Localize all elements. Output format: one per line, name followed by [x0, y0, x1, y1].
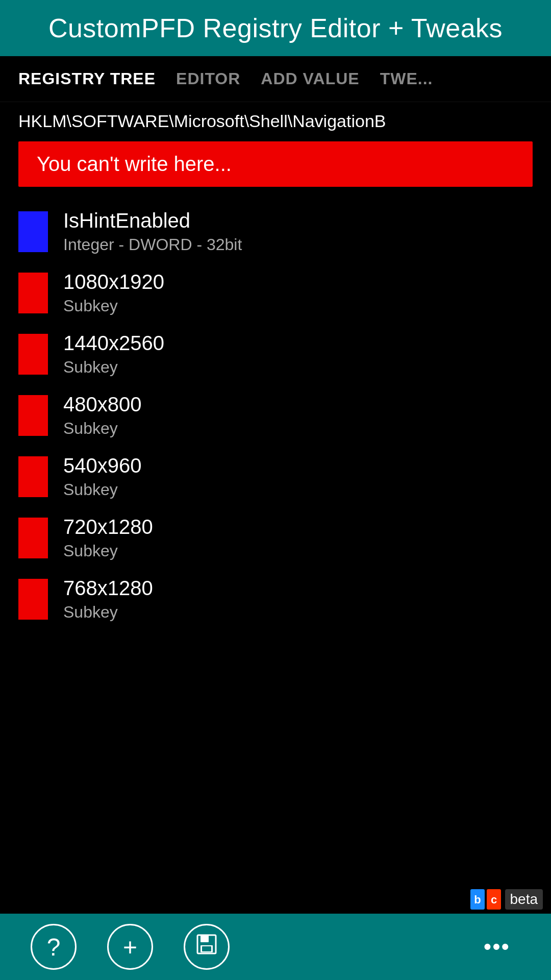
entry-text: 551x980 Subkey	[63, 271, 164, 315]
entries-list: IsHintEnabled Integer - DWORD - 32bit 10…	[0, 196, 551, 635]
entry-type: Subkey	[63, 297, 164, 315]
entry-icon-red	[18, 334, 48, 375]
tab-editor[interactable]: EDITOR	[176, 69, 240, 88]
beta-label: beta	[505, 889, 543, 910]
plus-icon: +	[123, 933, 137, 961]
entry-name: IsHintEnabled	[63, 209, 242, 232]
bottom-bar: ? + •••	[0, 914, 551, 980]
entry-text: 480x800 Subkey	[63, 393, 141, 438]
list-item[interactable]: IsHintEnabled Integer - DWORD - 32bit	[0, 201, 551, 262]
svg-rect-1	[201, 935, 209, 942]
list-item[interactable]: 1440x2560 Subkey	[0, 324, 551, 385]
entry-name: 768x1280	[63, 577, 153, 600]
entry-icon-red	[18, 518, 48, 558]
tab-bar: REGISTRY TREE EDITOR ADD VALUE TWE...	[0, 56, 551, 102]
entry-icon-red	[18, 395, 48, 436]
entry-text: 1440x2560 Subkey	[63, 332, 164, 377]
list-item[interactable]: 720x1280 Subkey	[0, 507, 551, 569]
registry-path: HKLM\SOFTWARE\Microsoft\Shell\Navigation…	[0, 102, 551, 137]
entry-text: 768x1280 Subkey	[63, 577, 153, 622]
svg-text:b: b	[474, 893, 481, 906]
entry-type: Subkey	[63, 419, 141, 438]
entry-type: Subkey	[63, 542, 153, 560]
entry-icon-blue	[18, 211, 48, 252]
app-title: CustomPFD Registry Editor + Tweaks	[48, 13, 503, 43]
list-item[interactable]: 540x960 Subkey	[0, 446, 551, 507]
warning-banner: You can't write here...	[18, 141, 533, 187]
entry-name: 540x960	[63, 454, 141, 477]
help-button[interactable]: ?	[31, 924, 77, 970]
entry-name: 551x980	[63, 271, 164, 293]
beta-badge: b c beta	[470, 889, 543, 910]
more-button[interactable]: •••	[484, 934, 520, 960]
tab-registry-tree[interactable]: REGISTRY TREE	[18, 69, 156, 88]
entry-icon-red	[18, 579, 48, 620]
list-item[interactable]: 480x800 Subkey	[0, 385, 551, 446]
entry-type: Subkey	[63, 358, 164, 377]
bottom-actions: ? +	[31, 924, 230, 970]
entry-name: 1440x2560	[63, 332, 164, 355]
save-icon	[195, 933, 218, 961]
list-item[interactable]: 551x980 Subkey	[0, 262, 551, 324]
entry-name: 480x800	[63, 393, 141, 416]
svg-rect-3	[202, 946, 211, 951]
entry-icon-red	[18, 273, 48, 313]
entry-type: Subkey	[63, 603, 153, 622]
entry-type: Integer - DWORD - 32bit	[63, 235, 242, 254]
add-button[interactable]: +	[107, 924, 153, 970]
svg-text:c: c	[490, 893, 496, 906]
tab-add-value[interactable]: ADD VALUE	[261, 69, 359, 88]
entry-icon-red	[18, 456, 48, 497]
question-icon: ?	[47, 933, 61, 961]
entry-text: IsHintEnabled Integer - DWORD - 32bit	[63, 209, 242, 254]
entry-name: 720x1280	[63, 516, 153, 538]
entry-text: 540x960 Subkey	[63, 454, 141, 499]
save-button[interactable]	[184, 924, 230, 970]
entry-type: Subkey	[63, 480, 141, 499]
list-item[interactable]: 768x1280 Subkey	[0, 569, 551, 630]
beta-logo: b c	[470, 889, 501, 910]
entry-text: 720x1280 Subkey	[63, 516, 153, 560]
app-header: CustomPFD Registry Editor + Tweaks	[0, 0, 551, 56]
tab-tweaks[interactable]: TWE...	[380, 69, 433, 88]
